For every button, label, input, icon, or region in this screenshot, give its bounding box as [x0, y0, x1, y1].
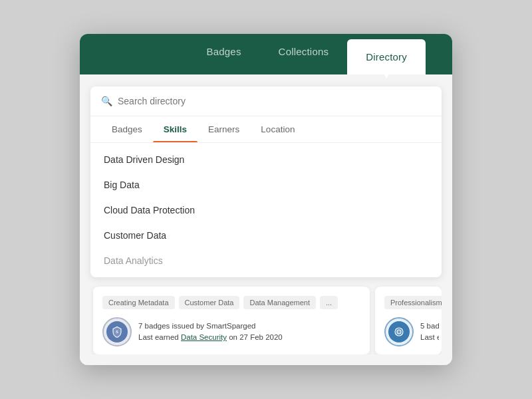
badge-link-0[interactable]: Data Security	[181, 333, 227, 341]
svg-text:S: S	[116, 330, 118, 334]
tab-badges[interactable]: Badges	[101, 116, 153, 142]
badge-count-1: 5 bad	[420, 322, 439, 330]
tag-data-management: Data Management	[243, 296, 316, 309]
tag-creating-metadata: Creating Metadata	[102, 296, 175, 309]
badge-earned-0: Last earned	[138, 333, 181, 341]
content-area: 🔍 Badges Skills Earners Location Data Dr…	[80, 74, 452, 354]
app-window: Badges Collections Directory 🔍 Badges Sk…	[80, 34, 452, 365]
tab-location[interactable]: Location	[250, 116, 305, 142]
badge-info-0: S 7 badges issued by SmartSparged Last e…	[102, 317, 360, 346]
badge-info-1: 5 bad Last e	[384, 317, 439, 346]
badge-date-0: on 27 Feb 2020	[227, 333, 283, 341]
shield-icon: S	[111, 326, 123, 338]
badge-card-1: Professionalism 5 bad Last e	[375, 287, 442, 354]
badge-earned-1: Last e	[420, 333, 439, 341]
badge-text-0: 7 badges issued by SmartSparged Last ear…	[138, 321, 283, 344]
filter-tabs: Badges Skills Earners Location	[90, 116, 442, 143]
skill-item-1[interactable]: Big Data	[90, 172, 442, 198]
tag-row-0: Creating Metadata Customer Data Data Man…	[102, 296, 360, 309]
badge-text-1: 5 bad Last e	[420, 321, 439, 344]
award-icon	[393, 326, 405, 338]
search-input[interactable]	[118, 96, 431, 106]
tag-customer-data: Customer Data	[179, 296, 240, 309]
tag-professionalism: Professionalism	[384, 296, 442, 309]
badge-card-0: Creating Metadata Customer Data Data Man…	[93, 287, 370, 354]
nav-bar: Badges Collections Directory	[80, 34, 452, 74]
tab-earners[interactable]: Earners	[198, 116, 250, 142]
nav-item-collections[interactable]: Collections	[260, 34, 348, 74]
nav-item-directory[interactable]: Directory	[347, 39, 426, 74]
bottom-cards: Creating Metadata Customer Data Data Man…	[90, 277, 442, 354]
skill-item-4[interactable]: Data Analytics	[90, 248, 442, 273]
skill-item-3[interactable]: Customer Data	[90, 223, 442, 248]
skill-item-2[interactable]: Cloud Data Protection	[90, 198, 442, 223]
badge-count-0: 7 badges issued by SmartSparged	[138, 322, 255, 330]
search-panel: 🔍 Badges Skills Earners Location Data Dr…	[90, 86, 442, 277]
nav-item-badges[interactable]: Badges	[188, 34, 260, 74]
badge-icon-inner-1	[388, 321, 410, 342]
badge-icon-inner-0: S	[106, 321, 128, 342]
search-icon: 🔍	[101, 96, 112, 106]
search-bar: 🔍	[90, 86, 442, 116]
skill-item-0[interactable]: Data Driven Design	[90, 147, 442, 172]
skills-list: Data Driven Design Big Data Cloud Data P…	[90, 143, 442, 277]
svg-point-2	[397, 330, 401, 334]
badge-avatar-0: S	[102, 317, 132, 346]
tag-row-1: Professionalism	[384, 296, 439, 309]
tag-more[interactable]: ...	[320, 296, 338, 309]
tab-skills[interactable]: Skills	[153, 116, 198, 142]
badge-avatar-1	[384, 317, 414, 346]
